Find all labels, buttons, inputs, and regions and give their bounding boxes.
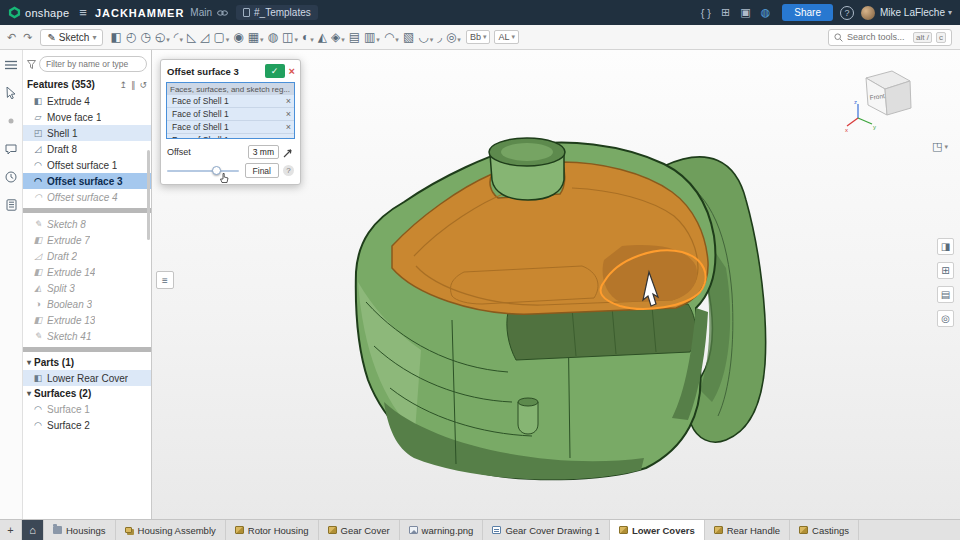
select-cursor-icon[interactable] bbox=[4, 86, 18, 100]
feature-row[interactable]: ◿ Draft 2 bbox=[23, 248, 151, 264]
mirror-icon[interactable]: ◫ ▾ bbox=[280, 29, 300, 46]
avatar[interactable] bbox=[861, 6, 875, 20]
search-input[interactable] bbox=[847, 32, 909, 42]
delete-face-icon[interactable]: ▤ ▾ bbox=[347, 29, 362, 46]
selected-face-row[interactable]: Face of Shell 1 × bbox=[167, 134, 294, 139]
feature-row[interactable]: ◿ Draft 8 bbox=[23, 141, 151, 157]
onshape-logo[interactable]: onshape bbox=[8, 6, 69, 19]
share-button[interactable]: Share bbox=[782, 4, 833, 21]
surfaces-section-header[interactable]: ▾ Surfaces (2) bbox=[23, 386, 151, 401]
shell-icon[interactable]: ▢ ▾ bbox=[211, 29, 231, 46]
revolve-icon[interactable]: ◴ ▾ bbox=[124, 29, 138, 46]
main-menu-icon[interactable]: ≡ bbox=[79, 5, 87, 20]
hole-icon[interactable]: ◉ ▾ bbox=[231, 29, 245, 46]
rollback-bar[interactable] bbox=[23, 208, 151, 213]
redo-icon[interactable]: ↷ bbox=[20, 31, 35, 44]
document-tab[interactable]: Rear Handle bbox=[705, 520, 790, 540]
circular-pattern-icon[interactable]: ◍ ▾ bbox=[266, 29, 280, 46]
part-row[interactable]: ◧ Lower Rear Cover bbox=[23, 370, 151, 386]
selected-face-row[interactable]: Face of Shell 1 × bbox=[167, 95, 294, 108]
feature-row[interactable]: ◧ Extrude 13 bbox=[23, 312, 151, 328]
apps-icon[interactable]: ⊞ bbox=[721, 6, 730, 19]
selected-face-row[interactable]: Face of Shell 1 × bbox=[167, 108, 294, 121]
surface-row[interactable]: ◠ Surface 2 bbox=[23, 417, 151, 433]
insert-marker-icon[interactable]: ↥ bbox=[119, 80, 127, 90]
custom-feature-al[interactable]: AL ▾ bbox=[494, 30, 519, 44]
feature-row[interactable]: ◰ Shell 1 bbox=[23, 125, 151, 141]
language-globe-icon[interactable]: ◍ bbox=[761, 6, 771, 19]
document-tab[interactable]: Housings bbox=[44, 520, 116, 540]
feature-row[interactable]: ◠ Offset surface 4 bbox=[23, 189, 151, 205]
featurescript-icon[interactable]: { } bbox=[701, 7, 711, 19]
view-cube[interactable]: Front z x y bbox=[844, 68, 918, 134]
feature-row[interactable]: ◧ Extrude 7 bbox=[23, 232, 151, 248]
sweep-icon[interactable]: ◷ ▾ bbox=[138, 29, 152, 46]
sketch-button[interactable]: ✎ Sketch ▾ bbox=[40, 29, 103, 46]
graphics-canvas[interactable]: Offset surface 3 ✓ × Faces, surfaces, an… bbox=[152, 50, 960, 519]
offset-slider[interactable] bbox=[167, 166, 239, 176]
feature-list-flyout-button[interactable]: ≡ bbox=[156, 271, 174, 289]
section-view-icon[interactable]: ◎ bbox=[937, 310, 954, 327]
surface-row[interactable]: ◠ Surface 1 bbox=[23, 401, 151, 417]
document-tab[interactable]: warning.png bbox=[400, 520, 484, 540]
feature-row[interactable]: ◠ Offset surface 1 bbox=[23, 157, 151, 173]
boolean-icon[interactable]: ◐ ▾ bbox=[300, 29, 316, 46]
document-tab[interactable]: Gear Cover bbox=[319, 520, 400, 540]
suppress-icon[interactable]: ∥ bbox=[131, 80, 136, 90]
fill-surface-icon[interactable]: ▧ ▾ bbox=[401, 29, 416, 46]
scrollbar-thumb[interactable] bbox=[147, 150, 150, 240]
custom-feature-bb[interactable]: Bb ▾ bbox=[466, 30, 491, 44]
move-face-icon[interactable]: ▥ ▾ bbox=[362, 29, 382, 46]
close-icon[interactable]: × bbox=[289, 65, 295, 77]
appearance-icon[interactable]: ◨ bbox=[937, 238, 954, 255]
display-options-icon[interactable]: ⊞ bbox=[937, 262, 954, 279]
link-icon[interactable] bbox=[217, 9, 228, 17]
feature-row[interactable]: ✎ Sketch 8 bbox=[23, 216, 151, 232]
offset-surface-icon[interactable]: ◠ ▾ bbox=[382, 29, 401, 46]
loft-icon[interactable]: ◵ ▾ bbox=[153, 29, 172, 46]
document-tab[interactable]: Rotor Housing bbox=[226, 520, 319, 540]
document-tab[interactable]: Housing Assembly bbox=[116, 520, 226, 540]
curves-icon[interactable]: ◡ ▾ bbox=[416, 29, 435, 46]
selected-face-row[interactable]: Face of Shell 1 × bbox=[167, 121, 294, 134]
feature-row[interactable]: ✎ Sketch 41 bbox=[23, 328, 151, 344]
feature-filter-input[interactable] bbox=[39, 56, 147, 72]
undo-icon[interactable]: ↶ bbox=[4, 31, 19, 44]
named-views-icon[interactable]: ▤ bbox=[937, 286, 954, 303]
tab-manager-button[interactable]: ⌂ bbox=[22, 520, 44, 540]
remove-face-icon[interactable]: × bbox=[286, 109, 291, 119]
feature-row[interactable]: ◭ Split 3 bbox=[23, 280, 151, 296]
extrude-icon[interactable]: ◧ ▾ bbox=[108, 29, 123, 46]
project-curve-icon[interactable]: ◞ ▾ bbox=[435, 29, 444, 46]
dialog-help-icon[interactable]: ? bbox=[283, 165, 294, 176]
parts-section-header[interactable]: ▾ Parts (1) bbox=[23, 355, 151, 370]
remove-face-icon[interactable]: × bbox=[286, 122, 291, 132]
feature-row[interactable]: ◧ Extrude 14 bbox=[23, 264, 151, 280]
transform-icon[interactable]: ◈ ▾ bbox=[329, 29, 347, 46]
versions-history-icon[interactable] bbox=[4, 170, 18, 184]
add-tab-button[interactable]: + bbox=[0, 520, 22, 540]
feature-row[interactable]: ▱ Move face 1 bbox=[23, 109, 151, 125]
feature-row[interactable]: ◧ Extrude 4 bbox=[23, 93, 151, 109]
feature-row[interactable]: ◑ Boolean 3 bbox=[23, 296, 151, 312]
linear-pattern-icon[interactable]: ▦ ▾ bbox=[246, 29, 266, 46]
final-button[interactable]: Final bbox=[245, 163, 279, 178]
flip-direction-icon[interactable] bbox=[283, 147, 294, 158]
remove-face-icon[interactable]: × bbox=[286, 135, 291, 139]
tutorials-icon[interactable]: ▣ bbox=[740, 6, 750, 19]
chamfer-icon[interactable]: ◺ ▾ bbox=[185, 29, 198, 46]
comments-panel-icon[interactable] bbox=[4, 142, 18, 156]
document-tab[interactable]: Castings bbox=[790, 520, 859, 540]
split-icon[interactable]: ◭ ▾ bbox=[316, 29, 329, 46]
measure-icon[interactable]: ◎ ▾ bbox=[444, 29, 463, 46]
workspace-name[interactable]: Main bbox=[190, 7, 212, 18]
notebook-panel-icon[interactable] bbox=[4, 198, 18, 212]
slider-handle[interactable] bbox=[212, 166, 221, 175]
display-modes-button[interactable]: ◳ ▾ bbox=[932, 140, 948, 153]
remove-face-icon[interactable]: × bbox=[286, 96, 291, 106]
offset-value-field[interactable]: 3 mm bbox=[248, 145, 279, 159]
fillet-icon[interactable]: ◜ ▾ bbox=[172, 29, 185, 46]
feature-row[interactable]: ◠ Offset surface 3 bbox=[23, 173, 151, 189]
draft-icon[interactable]: ◿ ▾ bbox=[198, 29, 211, 46]
document-tab[interactable]: Lower Covers bbox=[610, 520, 705, 540]
